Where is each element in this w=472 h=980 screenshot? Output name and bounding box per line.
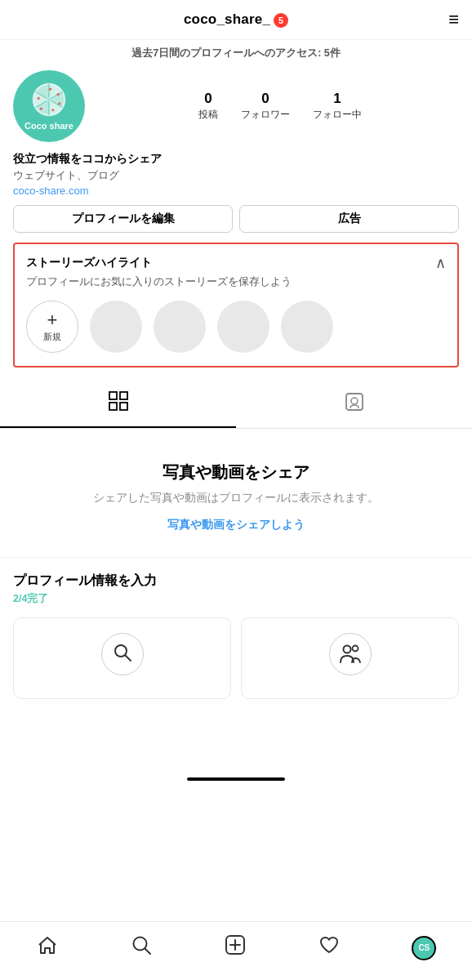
svg-rect-15 bbox=[109, 392, 117, 399]
profile-info-cards bbox=[13, 617, 459, 699]
share-photos-link[interactable]: 写真や動画をシェアしよう bbox=[24, 518, 448, 532]
profile-top: Coco share 0 投稿 0 フォロワー 1 フォロー中 bbox=[13, 70, 459, 142]
nav-avatar[interactable]: CS bbox=[412, 936, 436, 960]
grid-icon bbox=[108, 390, 129, 416]
svg-point-13 bbox=[40, 108, 42, 110]
stat-posts-label: 投稿 bbox=[198, 108, 218, 122]
stat-posts: 0 投稿 bbox=[198, 91, 218, 122]
svg-rect-16 bbox=[120, 392, 127, 399]
bottom-space bbox=[0, 707, 472, 773]
search-card-icon bbox=[101, 633, 144, 675]
stat-followers: 0 フォロワー bbox=[241, 91, 290, 122]
svg-point-24 bbox=[352, 646, 358, 652]
access-info-bar: 過去7日間のプロフィールへのアクセス: 5件 bbox=[0, 40, 472, 70]
profile-buttons: プロフィールを編集 広告 bbox=[13, 205, 459, 233]
svg-point-9 bbox=[49, 88, 51, 91]
heart-icon bbox=[318, 933, 341, 962]
header: coco_share_5 ≡ bbox=[0, 0, 472, 40]
username-text: coco_share_ bbox=[184, 11, 270, 27]
access-count: 5件 bbox=[324, 47, 341, 59]
access-info-text: 過去7日間のプロフィールへのアクセス: bbox=[131, 47, 324, 59]
stat-followers-label: フォロワー bbox=[241, 108, 290, 122]
nav-avatar-label: CS bbox=[418, 943, 430, 952]
tab-grid[interactable] bbox=[0, 381, 236, 428]
people-card-icon bbox=[329, 633, 372, 675]
highlights-section: ストーリーズハイライト ∧ プロフィールにお気に入りのストーリーズを保存しよう … bbox=[13, 243, 459, 368]
ads-button[interactable]: 広告 bbox=[239, 205, 459, 233]
svg-point-11 bbox=[58, 103, 60, 105]
svg-rect-17 bbox=[109, 403, 117, 410]
profile-stats: 0 投稿 0 フォロワー 1 フォロー中 bbox=[101, 91, 459, 122]
notification-badge: 5 bbox=[274, 13, 288, 28]
highlight-placeholder-1 bbox=[90, 301, 142, 353]
svg-line-26 bbox=[145, 949, 150, 955]
profile-section: Coco share 0 投稿 0 フォロワー 1 フォロー中 役立つ情報をココ… bbox=[0, 70, 472, 377]
tab-tagged[interactable] bbox=[236, 381, 472, 428]
search-icon bbox=[111, 641, 134, 667]
highlights-circles: + 新規 bbox=[26, 301, 446, 353]
nav-search[interactable] bbox=[127, 930, 156, 965]
empty-posts-description: シェアした写真や動画はプロフィールに表示されます。 bbox=[24, 490, 448, 506]
menu-button[interactable]: ≡ bbox=[448, 11, 459, 29]
empty-posts-title: 写真や動画をシェア bbox=[24, 461, 448, 483]
svg-point-10 bbox=[57, 93, 60, 96]
nav-add[interactable] bbox=[220, 930, 250, 965]
content-tabs bbox=[0, 381, 472, 429]
svg-rect-18 bbox=[120, 403, 127, 410]
new-highlight-label: 新規 bbox=[43, 331, 61, 343]
header-username: coco_share_5 bbox=[184, 11, 288, 28]
plus-icon: + bbox=[47, 311, 58, 329]
highlights-description: プロフィールにお気に入りのストーリーズを保存しよう bbox=[26, 275, 446, 289]
tag-icon bbox=[344, 391, 365, 417]
avatar-label: Coco share bbox=[24, 121, 73, 131]
nav-profile[interactable]: CS bbox=[408, 933, 439, 964]
stat-following-value: 1 bbox=[333, 91, 341, 107]
svg-point-14 bbox=[38, 97, 40, 100]
highlight-placeholder-3 bbox=[217, 301, 269, 353]
add-icon bbox=[224, 933, 247, 962]
nav-heart[interactable] bbox=[314, 930, 344, 965]
avatar-inner: Coco share bbox=[24, 80, 73, 131]
empty-posts-section: 写真や動画をシェア シェアした写真や動画はプロフィールに表示されます。 写真や動… bbox=[0, 429, 472, 557]
profile-info-section: プロフィール情報を入力 2/4完了 bbox=[0, 557, 472, 707]
profile-info-progress: 2/4完了 bbox=[13, 592, 459, 606]
highlight-placeholder-2 bbox=[154, 301, 206, 353]
profile-card-2[interactable] bbox=[241, 617, 459, 699]
svg-point-12 bbox=[51, 109, 54, 112]
bio-category: ウェブサイト、ブログ bbox=[13, 168, 459, 183]
svg-line-22 bbox=[125, 656, 131, 662]
avatar[interactable]: Coco share bbox=[13, 70, 85, 142]
home-indicator bbox=[187, 777, 285, 781]
people-icon bbox=[338, 641, 363, 667]
svg-point-23 bbox=[343, 646, 350, 653]
edit-profile-button[interactable]: プロフィールを編集 bbox=[13, 205, 233, 233]
svg-rect-19 bbox=[346, 394, 363, 410]
stat-following-label: フォロー中 bbox=[313, 108, 362, 122]
bottom-nav: CS bbox=[0, 921, 472, 980]
highlights-title: ストーリーズハイライト bbox=[26, 256, 152, 270]
new-highlight-button[interactable]: + 新規 bbox=[26, 301, 78, 353]
svg-point-20 bbox=[351, 398, 358, 404]
highlights-header: ストーリーズハイライト ∧ bbox=[26, 254, 446, 272]
stat-followers-value: 0 bbox=[261, 91, 269, 107]
profile-info-title: プロフィール情報を入力 bbox=[13, 572, 459, 590]
bio-name: 役立つ情報をココからシェア bbox=[13, 152, 459, 167]
stat-following: 1 フォロー中 bbox=[313, 91, 362, 122]
chevron-up-icon[interactable]: ∧ bbox=[435, 254, 446, 272]
bio-link[interactable]: coco-share.com bbox=[13, 185, 459, 197]
nav-home[interactable] bbox=[33, 930, 62, 965]
highlight-placeholder-4 bbox=[281, 301, 333, 353]
profile-card-1[interactable] bbox=[13, 617, 231, 699]
stat-posts-value: 0 bbox=[204, 91, 212, 107]
home-icon bbox=[36, 933, 59, 962]
search-nav-icon bbox=[130, 933, 153, 962]
pizza-icon bbox=[29, 80, 69, 119]
